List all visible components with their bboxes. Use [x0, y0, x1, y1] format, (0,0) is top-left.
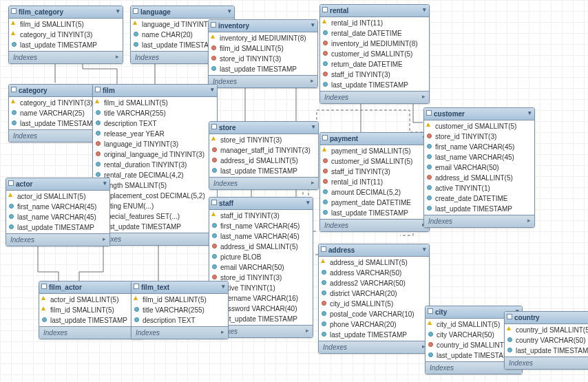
table-header-payment[interactable]: payment [320, 133, 429, 145]
column-film-4[interactable]: language_id TINYINT(3) [93, 139, 217, 149]
column-staff-0[interactable]: staff_id TINYINT(3) [209, 211, 313, 221]
column-film-7[interactable]: rental_rate DECIMAL(4,2) [93, 170, 217, 180]
column-address-4[interactable]: city_id SMALLINT(5) [319, 299, 429, 309]
er-diagram-canvas[interactable]: { "indexes_label": "Indexes", "tables": … [0, 0, 588, 382]
indexes-section[interactable]: Indexes [320, 219, 429, 231]
column-payment-4[interactable]: amount DECIMAL(5,2) [320, 187, 429, 198]
column-rental-0[interactable]: rental_id INT(11) [320, 18, 429, 28]
column-film_category-1[interactable]: category_id TINYINT(3) [9, 30, 123, 40]
column-address-5[interactable]: postal_code VARCHAR(10) [319, 309, 429, 319]
table-film_actor[interactable]: film_actoractor_id SMALLINT(5)film_id SM… [39, 281, 143, 339]
table-header-inventory[interactable]: inventory [209, 20, 317, 32]
column-film-10[interactable]: rating ENUM(...) [93, 201, 217, 211]
table-header-film_text[interactable]: film_text [132, 282, 228, 294]
column-rental-5[interactable]: staff_id TINYINT(3) [320, 70, 429, 80]
column-country-0[interactable]: country_id SMALLINT(5) [505, 325, 588, 335]
column-inventory-1[interactable]: film_id SMALLINT(5) [209, 43, 317, 54]
column-country-1[interactable]: country VARCHAR(50) [505, 335, 588, 346]
column-inventory-2[interactable]: store_id TINYINT(3) [209, 54, 317, 64]
column-customer-6[interactable]: active TINYINT(1) [424, 183, 534, 193]
column-customer-8[interactable]: last_update TIMESTAMP [424, 204, 534, 214]
table-header-film[interactable]: film [93, 85, 217, 97]
indexes-section[interactable]: Indexes [9, 51, 123, 63]
column-rental-2[interactable]: inventory_id MEDIUMINT(8) [320, 39, 429, 49]
column-customer-2[interactable]: first_name VARCHAR(45) [424, 142, 534, 152]
column-actor-1[interactable]: first_name VARCHAR(45) [6, 202, 109, 212]
table-payment[interactable]: paymentpayment_id SMALLINT(5)customer_id… [319, 132, 430, 232]
indexes-section[interactable]: Indexes [39, 326, 143, 339]
table-header-film_category[interactable]: film_category [9, 6, 123, 19]
table-header-store[interactable]: store [209, 122, 318, 134]
column-customer-4[interactable]: email VARCHAR(50) [424, 162, 534, 173]
column-staff-2[interactable]: last_name VARCHAR(45) [209, 231, 313, 242]
column-payment-3[interactable]: rental_id INT(11) [320, 177, 429, 187]
table-header-country[interactable]: country [505, 312, 588, 324]
table-header-film_actor[interactable]: film_actor [39, 282, 143, 294]
table-film_text[interactable]: film_textfilm_id SMALLINT(5)title VARCHA… [131, 281, 229, 339]
table-film_category[interactable]: film_categoryfilm_id SMALLINT(5)category… [8, 6, 123, 64]
column-country-2[interactable]: last_update TIMESTAMP [505, 346, 588, 356]
column-film_text-0[interactable]: film_id SMALLINT(5) [132, 295, 228, 305]
table-country[interactable]: countrycountry_id SMALLINT(5)country VAR… [504, 311, 588, 370]
column-address-6[interactable]: phone VARCHAR(20) [319, 319, 429, 330]
column-store-2[interactable]: address_id SMALLINT(5) [209, 156, 318, 166]
column-customer-1[interactable]: store_id TINYINT(3) [424, 131, 534, 142]
column-rental-4[interactable]: return_date DATETIME [320, 59, 429, 70]
table-header-actor[interactable]: actor [6, 178, 109, 191]
column-film-9[interactable]: replacement_cost DECIMAL(5,2) [93, 191, 217, 201]
column-actor-3[interactable]: last_update TIMESTAMP [6, 222, 109, 233]
table-address[interactable]: addressaddress_id SMALLINT(5)address VAR… [318, 244, 430, 354]
column-address-3[interactable]: district VARCHAR(20) [319, 288, 429, 299]
column-film_text-2[interactable]: description TEXT [132, 315, 228, 326]
table-actor[interactable]: actoractor_id SMALLINT(5)first_name VARC… [6, 178, 110, 246]
indexes-section[interactable]: Indexes [209, 75, 317, 87]
column-film-3[interactable]: release_year YEAR [93, 129, 217, 139]
indexes-section[interactable]: Indexes [505, 357, 588, 369]
column-film-5[interactable]: original_language_id TINYINT(3) [93, 149, 217, 160]
column-film-12[interactable]: last_update TIMESTAMP [93, 222, 217, 232]
column-address-7[interactable]: last_update TIMESTAMP [319, 330, 429, 340]
column-customer-3[interactable]: last_name VARCHAR(45) [424, 152, 534, 162]
column-film_category-2[interactable]: last_update TIMESTAMP [9, 40, 123, 50]
table-header-language[interactable]: language [131, 6, 234, 19]
indexes-section[interactable]: Indexes [320, 91, 429, 103]
indexes-section[interactable]: Indexes [132, 326, 228, 339]
table-header-customer[interactable]: customer [424, 108, 534, 120]
column-customer-5[interactable]: address_id SMALLINT(5) [424, 173, 534, 183]
column-address-0[interactable]: address_id SMALLINT(5) [319, 257, 429, 268]
indexes-section[interactable]: Indexes [6, 233, 109, 246]
table-header-rental[interactable]: rental [320, 5, 429, 17]
column-staff-1[interactable]: first_name VARCHAR(45) [209, 221, 313, 231]
column-inventory-0[interactable]: inventory_id MEDIUMINT(8) [209, 33, 317, 43]
column-film-6[interactable]: rental_duration TINYINT(3) [93, 160, 217, 170]
table-customer[interactable]: customercustomer_id SMALLINT(5)store_id … [423, 107, 535, 228]
column-film_text-1[interactable]: title VARCHAR(255) [132, 305, 228, 315]
column-film_actor-2[interactable]: last_update TIMESTAMP [39, 315, 143, 326]
column-payment-2[interactable]: staff_id TINYINT(3) [320, 167, 429, 177]
indexes-section[interactable]: Indexes [319, 341, 429, 353]
column-store-1[interactable]: manager_staff_id TINYINT(3) [209, 145, 318, 156]
indexes-section[interactable]: Indexes [424, 215, 534, 227]
column-staff-3[interactable]: address_id SMALLINT(5) [209, 242, 313, 252]
column-actor-0[interactable]: actor_id SMALLINT(5) [6, 191, 109, 202]
column-staff-5[interactable]: email VARCHAR(50) [209, 262, 313, 273]
column-customer-0[interactable]: customer_id SMALLINT(5) [424, 121, 534, 131]
table-rental[interactable]: rentalrental_id INT(11)rental_date DATET… [319, 4, 430, 104]
column-address-2[interactable]: address2 VARCHAR(50) [319, 278, 429, 288]
column-payment-1[interactable]: customer_id SMALLINT(5) [320, 156, 429, 167]
column-film-11[interactable]: special_features SET(...) [93, 211, 217, 222]
column-rental-6[interactable]: last_update TIMESTAMP [320, 80, 429, 90]
column-film-0[interactable]: film_id SMALLINT(5) [93, 98, 217, 108]
column-customer-7[interactable]: create_date DATETIME [424, 193, 534, 204]
column-film-2[interactable]: description TEXT [93, 118, 217, 129]
column-payment-5[interactable]: payment_date DATETIME [320, 198, 429, 208]
table-store[interactable]: storestore_id TINYINT(3)manager_staff_id… [209, 121, 319, 190]
column-film_actor-1[interactable]: film_id SMALLINT(5) [39, 305, 143, 315]
table-header-address[interactable]: address [319, 244, 429, 257]
column-rental-3[interactable]: customer_id SMALLINT(5) [320, 49, 429, 59]
indexes-section[interactable]: Indexes [209, 177, 318, 189]
column-payment-6[interactable]: last_update TIMESTAMP [320, 208, 429, 218]
column-store-0[interactable]: store_id TINYINT(3) [209, 135, 318, 145]
column-rental-1[interactable]: rental_date DATETIME [320, 28, 429, 39]
column-film_category-0[interactable]: film_id SMALLINT(5) [9, 19, 123, 30]
